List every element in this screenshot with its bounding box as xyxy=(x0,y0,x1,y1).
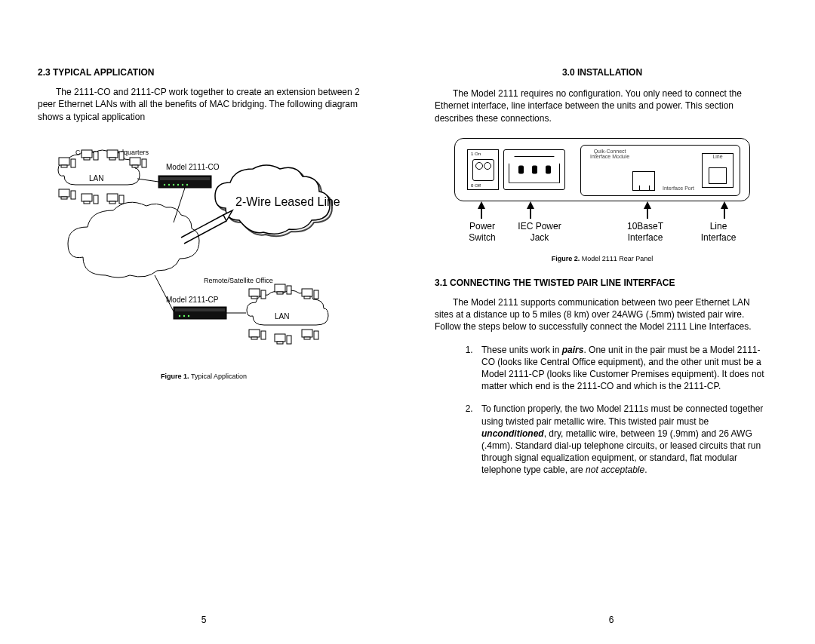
svg-rect-57 xyxy=(304,337,310,339)
svg-rect-45 xyxy=(277,292,283,294)
svg-rect-0 xyxy=(59,158,69,165)
svg-rect-18 xyxy=(107,194,118,201)
page-number-right: 6 xyxy=(408,614,815,626)
model-cp-label: Model 2111-CP xyxy=(166,296,219,304)
svg-rect-2 xyxy=(71,159,75,167)
svg-rect-11 xyxy=(142,159,146,167)
device-co-icon xyxy=(158,176,211,188)
leased-label: 2-Wire Leased Line xyxy=(235,195,340,208)
para-2-3: The 2111-CO and 2111-CP work together to… xyxy=(38,86,370,123)
svg-rect-42 xyxy=(251,296,257,299)
heading-3-1: 3.1 CONNECTING THE TWISTED PAIR LINE INT… xyxy=(435,277,770,289)
svg-rect-43 xyxy=(261,290,266,299)
callout-line-interface: Line Interface xyxy=(692,221,745,244)
svg-rect-52 xyxy=(261,331,266,339)
rj45-icon xyxy=(632,171,655,191)
heading-3-0: 3.0 INSTALLATION xyxy=(435,66,770,78)
svg-rect-5 xyxy=(94,152,98,160)
heading-2-3: 2.3 TYPICAL APPLICATION xyxy=(38,66,370,78)
svg-rect-22 xyxy=(160,177,210,180)
svg-rect-49 xyxy=(314,290,318,299)
svg-rect-1 xyxy=(61,165,67,167)
leased-cloud: 2-Wire Leased Line xyxy=(215,165,340,236)
svg-point-25 xyxy=(173,184,174,186)
svg-rect-12 xyxy=(59,189,69,197)
page-number-left: 5 xyxy=(0,614,408,626)
svg-rect-8 xyxy=(119,152,124,160)
svg-line-39 xyxy=(155,275,174,311)
step-1: These units work in pairs. One unit in t… xyxy=(475,344,770,393)
svg-point-27 xyxy=(182,184,183,186)
steps-list: These units work in pairs. One unit in t… xyxy=(435,344,770,477)
lan-bottom-label: LAN xyxy=(275,312,289,320)
callout-labels: Power Switch IEC Power Jack 10BaseT Inte… xyxy=(455,221,749,244)
svg-rect-3 xyxy=(82,150,92,158)
step-2: To function properly, the two Model 2111… xyxy=(475,403,770,476)
page-left: 2.3 TYPICAL APPLICATION The 2111-CO and … xyxy=(0,0,408,644)
figure-2: 1 On 0 Off Quik-Connect Interface Module… xyxy=(435,138,770,263)
power-switch-icon: 1 On 0 Off xyxy=(467,149,499,190)
svg-rect-46 xyxy=(287,286,291,294)
svg-rect-58 xyxy=(314,331,318,339)
figure-2-caption: Figure 2. Model 2111 Rear Panel xyxy=(435,254,770,263)
remote-label: Remote/Satellite Office xyxy=(204,277,273,284)
para-3-1: The Model 2111 supports communication be… xyxy=(435,296,770,333)
svg-rect-44 xyxy=(275,284,285,292)
figure-1-caption: Figure 1. Typical Application xyxy=(38,372,370,381)
model-co-label: Model 2111-CO xyxy=(166,163,220,171)
svg-rect-17 xyxy=(94,195,98,204)
rear-panel-diagram: 1 On 0 Off Quik-Connect Interface Module… xyxy=(454,138,750,201)
svg-rect-56 xyxy=(302,330,312,337)
svg-rect-41 xyxy=(249,289,260,296)
svg-point-37 xyxy=(183,315,185,317)
svg-rect-15 xyxy=(82,194,92,201)
figure-1: Corporate Headquarters LAN Model 2111-CO xyxy=(38,140,370,381)
svg-rect-54 xyxy=(277,342,283,344)
svg-point-23 xyxy=(164,184,165,186)
callout-iec-power: IEC Power Jack xyxy=(509,221,570,244)
svg-point-38 xyxy=(188,315,189,317)
svg-rect-6 xyxy=(107,150,118,158)
callout-arrows xyxy=(455,201,749,221)
lan-top-label: LAN xyxy=(89,174,103,182)
interface-module-icon: Quik-Connect Interface Module Interface … xyxy=(580,145,740,196)
svg-rect-20 xyxy=(119,195,124,204)
svg-line-29 xyxy=(137,179,158,182)
page-right: 3.0 INSTALLATION The Model 2111 requires… xyxy=(408,0,815,644)
svg-rect-9 xyxy=(130,158,140,165)
svg-rect-35 xyxy=(175,308,225,311)
svg-point-28 xyxy=(186,184,188,186)
svg-rect-4 xyxy=(84,158,90,160)
figure-1-svg: Corporate Headquarters LAN Model 2111-CO xyxy=(53,140,355,366)
svg-rect-50 xyxy=(249,330,260,337)
svg-point-26 xyxy=(177,184,179,186)
svg-rect-13 xyxy=(61,197,67,199)
page-spread: 2.3 TYPICAL APPLICATION The 2111-CO and … xyxy=(0,0,815,644)
svg-rect-16 xyxy=(84,201,90,204)
svg-rect-51 xyxy=(251,337,257,339)
callout-power-switch: Power Switch xyxy=(460,221,505,244)
svg-point-24 xyxy=(168,184,170,186)
callout-10baset: 10BaseT Interface xyxy=(615,221,675,244)
svg-rect-19 xyxy=(109,201,115,204)
svg-rect-53 xyxy=(275,334,285,342)
svg-rect-7 xyxy=(109,158,115,160)
iec-jack-icon xyxy=(503,149,565,190)
line-jack-icon: Line xyxy=(702,153,734,188)
svg-rect-55 xyxy=(287,336,291,344)
para-3-0: The Model 2111 requires no configuration… xyxy=(435,87,770,124)
svg-rect-14 xyxy=(71,191,75,199)
device-cp-icon xyxy=(174,307,226,319)
svg-point-36 xyxy=(179,315,180,317)
svg-rect-10 xyxy=(132,165,138,167)
svg-rect-48 xyxy=(304,296,310,299)
svg-rect-47 xyxy=(302,289,312,296)
